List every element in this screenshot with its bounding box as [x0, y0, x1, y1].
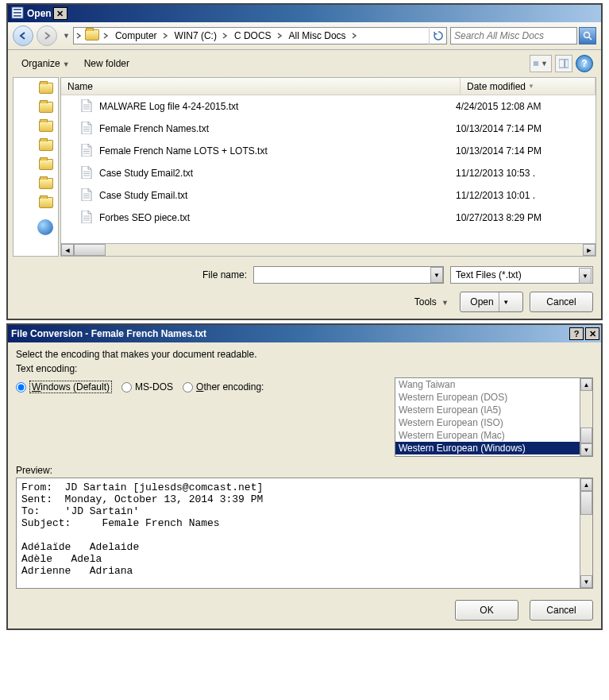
- scroll-right-button[interactable]: ►: [583, 244, 596, 256]
- history-dropdown[interactable]: ▼: [60, 32, 70, 40]
- title-bar: File Conversion - Female French Names.tx…: [8, 325, 601, 342]
- chevron-right-icon[interactable]: [220, 27, 229, 44]
- encoding-option[interactable]: Western European (Windows): [395, 442, 580, 454]
- close-button[interactable]: ✕: [585, 327, 599, 340]
- folder-tree-pane[interactable]: [13, 77, 59, 257]
- scroll-thumb[interactable]: [580, 427, 592, 443]
- file-rows: MALWARE Log file 4-24-2015.txt4/24/2015 …: [61, 95, 596, 243]
- svg-rect-7: [535, 61, 537, 62]
- file-row[interactable]: MALWARE Log file 4-24-2015.txt4/24/2015 …: [61, 95, 596, 118]
- svg-point-4: [584, 33, 590, 38]
- column-date[interactable]: Date modified▼: [461, 78, 596, 95]
- radio-msdos[interactable]: MS-DOS: [121, 381, 173, 393]
- text-file-icon: [80, 188, 93, 203]
- view-mode-button[interactable]: ▼: [530, 55, 552, 72]
- file-row[interactable]: Case Study Email2.txt11/12/2013 10:53 .: [61, 162, 596, 184]
- radio-input[interactable]: [121, 382, 132, 393]
- help-titlebar-button[interactable]: ?: [569, 327, 584, 340]
- window-title: Open: [27, 8, 52, 19]
- help-button[interactable]: ?: [576, 55, 593, 72]
- toolbar: Organize▼ New folder ▼ ?: [8, 50, 601, 77]
- svg-rect-12: [534, 64, 535, 65]
- open-split-dropdown[interactable]: ▼: [499, 292, 513, 311]
- breadcrumb-cdocs[interactable]: C DOCS: [229, 30, 275, 41]
- tools-menu[interactable]: Tools ▼: [410, 295, 453, 309]
- encoding-listbox[interactable]: Wang TaiwanWestern European (DOS)Western…: [395, 377, 593, 457]
- scroll-thumb[interactable]: [580, 491, 592, 515]
- forward-button[interactable]: [37, 25, 57, 46]
- chevron-right-icon[interactable]: [349, 27, 359, 44]
- column-name[interactable]: Name: [61, 78, 461, 95]
- svg-rect-6: [534, 61, 535, 62]
- folder-icon: [39, 140, 53, 151]
- open-button[interactable]: Open ▼: [460, 292, 523, 312]
- text-file-icon: [80, 144, 93, 159]
- filename-dropdown[interactable]: ▼: [430, 267, 443, 283]
- svg-rect-1: [13, 9, 21, 10]
- horizontal-scrollbar[interactable]: ◄ ►: [61, 243, 596, 256]
- vertical-scrollbar[interactable]: ▲ ▼: [580, 478, 592, 588]
- encoding-option[interactable]: Western European (DOS): [395, 391, 580, 404]
- folder-icon: [85, 29, 99, 43]
- breadcrumb: Computer WIN7 (C:) C DOCS All Misc Docs: [73, 27, 447, 44]
- column-headers: Name Date modified▼: [61, 78, 596, 95]
- breadcrumb-drive[interactable]: WIN7 (C:): [170, 30, 220, 41]
- scroll-up-button[interactable]: ▲: [580, 378, 592, 391]
- radio-input[interactable]: [16, 382, 26, 393]
- organize-menu[interactable]: Organize▼: [16, 56, 75, 72]
- radio-input[interactable]: [183, 382, 193, 393]
- chevron-right-icon[interactable]: [101, 27, 110, 44]
- file-filter-value: Text Files (*.txt): [456, 269, 522, 280]
- preview-label: Preview:: [16, 465, 593, 476]
- file-filter-dropdown[interactable]: Text Files (*.txt) ▼: [450, 266, 593, 284]
- file-name: Case Study Email.txt: [99, 190, 456, 201]
- text-file-icon: [80, 211, 93, 226]
- breadcrumb-computer[interactable]: Computer: [110, 30, 160, 41]
- refresh-button[interactable]: [429, 27, 446, 44]
- radio-other-encoding[interactable]: Other encoding:: [183, 381, 264, 393]
- ok-button[interactable]: OK: [455, 600, 518, 621]
- folder-icon: [39, 197, 53, 208]
- encoding-option[interactable]: Western European (Mac): [395, 429, 580, 442]
- svg-rect-15: [559, 60, 565, 68]
- breadcrumb-root-chevron[interactable]: [74, 27, 83, 44]
- folder-icon: [39, 178, 53, 189]
- preview-pane-toggle[interactable]: [555, 55, 572, 72]
- radio-windows-default[interactable]: Windows (Default): [16, 381, 112, 393]
- file-name: MALWARE Log file 4-24-2015.txt: [99, 101, 456, 112]
- scroll-down-button[interactable]: ▼: [580, 443, 592, 456]
- text-file-icon: [80, 166, 93, 181]
- back-button[interactable]: [13, 25, 33, 46]
- chevron-right-icon[interactable]: [160, 27, 170, 44]
- svg-rect-16: [565, 60, 569, 68]
- file-name: Female French Names.txt: [99, 123, 456, 134]
- encoding-option[interactable]: Western European (IA5): [395, 404, 580, 416]
- scroll-left-button[interactable]: ◄: [61, 244, 74, 256]
- file-row[interactable]: Female French Name LOTS + LOTS.txt10/13/…: [61, 140, 596, 162]
- breadcrumb-allmisc[interactable]: All Misc Docs: [284, 30, 349, 41]
- new-folder-button[interactable]: New folder: [79, 56, 135, 72]
- file-row[interactable]: Female French Names.txt10/13/2014 7:14 P…: [61, 118, 596, 140]
- encoding-option[interactable]: Western European (ISO): [395, 416, 580, 429]
- search-button[interactable]: [579, 27, 596, 44]
- chevron-right-icon[interactable]: [275, 27, 284, 44]
- search-input[interactable]: [450, 27, 577, 44]
- file-date: 11/12/2013 10:53 .: [456, 168, 591, 179]
- filter-dropdown-button[interactable]: ▼: [579, 268, 592, 284]
- filename-input[interactable]: [253, 266, 444, 284]
- vertical-scrollbar[interactable]: ▲ ▼: [580, 378, 592, 456]
- file-row[interactable]: Forbes SEO piece.txt10/27/2013 8:29 PM: [61, 207, 596, 229]
- cancel-button[interactable]: Cancel: [530, 600, 593, 621]
- svg-rect-2: [13, 12, 21, 14]
- encoding-option[interactable]: Wang Taiwan: [395, 378, 580, 391]
- close-button[interactable]: ✕: [53, 7, 67, 20]
- file-row[interactable]: Case Study Email.txt11/12/2013 10:01 .: [61, 184, 596, 207]
- folder-icon: [39, 102, 53, 113]
- encoding-group-label: Text encoding:: [16, 363, 593, 374]
- scroll-up-button[interactable]: ▲: [580, 478, 592, 491]
- scroll-down-button[interactable]: ▼: [580, 575, 592, 588]
- scroll-thumb[interactable]: [74, 244, 106, 256]
- file-date: 4/24/2015 12:08 AM: [456, 101, 591, 112]
- cancel-button[interactable]: Cancel: [530, 292, 593, 312]
- window-title: File Conversion - Female French Names.tx…: [11, 328, 568, 339]
